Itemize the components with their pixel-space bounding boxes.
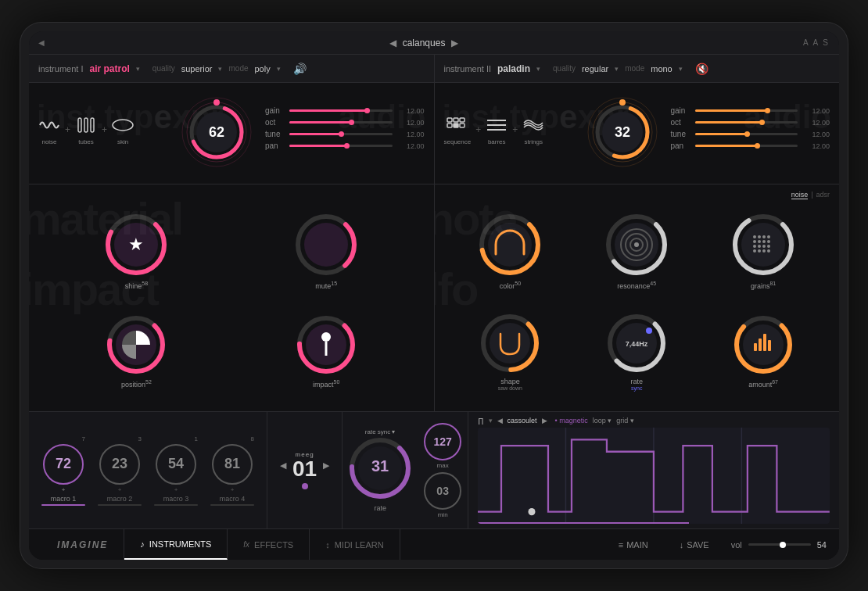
save-button[interactable]: ↓ SAVE bbox=[670, 540, 719, 550]
mute-knob-svg bbox=[295, 213, 357, 276]
inst2-oct-label: oct bbox=[671, 118, 690, 127]
inst2-name[interactable]: paladin bbox=[497, 63, 530, 74]
svg-point-54 bbox=[741, 223, 785, 267]
lfo-max-dial[interactable]: 127 bbox=[424, 423, 461, 460]
save-icon: ↓ bbox=[680, 540, 684, 550]
inst2-tune-slider[interactable] bbox=[695, 133, 798, 135]
inst1-gain-slider[interactable] bbox=[289, 109, 393, 112]
noise-toggle[interactable]: noise bbox=[791, 191, 809, 199]
macro2-plus[interactable]: + bbox=[118, 486, 122, 493]
inst2-mode-label: mode bbox=[625, 64, 644, 73]
inst2-mode-dropdown[interactable]: ▾ bbox=[679, 65, 683, 73]
svg-rect-2 bbox=[91, 118, 94, 132]
macro4-dial[interactable]: 81 bbox=[212, 444, 253, 485]
footer-tab-midi[interactable]: ↕ MIDI LEARN bbox=[310, 529, 400, 560]
plus-2: + bbox=[102, 124, 107, 135]
prev-arrow[interactable]: ◀ bbox=[389, 38, 396, 48]
meeg-value: 01 bbox=[292, 458, 317, 480]
shine-knob-item[interactable]: ★ shine58 bbox=[105, 213, 167, 290]
seq-canvas bbox=[478, 428, 830, 524]
inst1-sound-icons: noise + bbox=[38, 114, 160, 145]
macro4-plus[interactable]: + bbox=[231, 486, 235, 493]
inst1-mode-val[interactable]: poly bbox=[255, 64, 271, 73]
meeg-prev[interactable]: ◀ bbox=[280, 460, 286, 471]
macro3-num: 1 bbox=[195, 435, 198, 442]
macro1-dial[interactable]: 72 bbox=[43, 444, 84, 485]
inst2-dropdown[interactable]: ▾ bbox=[536, 65, 540, 73]
seq-grid[interactable]: grid ▾ bbox=[616, 417, 634, 424]
inst2-quality-val[interactable]: regular bbox=[582, 64, 608, 73]
brand-label: A A S bbox=[803, 38, 830, 47]
inst1-oct-slider[interactable] bbox=[289, 121, 393, 124]
next-arrow[interactable]: ▶ bbox=[451, 38, 458, 48]
inst2-pan-row: pan 12.00 bbox=[671, 141, 830, 150]
footer-tab-effects[interactable]: fx EFFECTS bbox=[228, 529, 310, 560]
noise-adsr-toggle[interactable]: noise | adsr bbox=[791, 191, 830, 199]
color-knob-item[interactable]: color50 bbox=[479, 213, 541, 290]
seq-next[interactable]: ▶ bbox=[542, 417, 547, 424]
inst1-skin-icon[interactable]: skin bbox=[112, 114, 134, 145]
inst2-sequence-icon[interactable]: sequence bbox=[444, 114, 472, 145]
inst1-tubes-icon[interactable]: tubes bbox=[75, 114, 97, 145]
rate-knob-item[interactable]: 7,44Hz rate sync bbox=[607, 313, 666, 391]
inst2-oct-slider[interactable] bbox=[695, 121, 798, 124]
meeg-arrows[interactable]: ◀ meeg 01 ▶ bbox=[280, 451, 329, 480]
inst1-middle-row: material impact ★ bbox=[29, 184, 434, 411]
meeg-display: meeg 01 bbox=[292, 451, 317, 480]
seq-prev[interactable]: ◀ bbox=[497, 417, 503, 424]
plus-1: + bbox=[65, 124, 70, 135]
macros-section: 7 72 + macro 1 3 23 + macro 2 bbox=[29, 435, 267, 506]
inst1-tune-slider[interactable] bbox=[289, 133, 393, 135]
inst2-label: instrument II bbox=[444, 64, 492, 73]
footer-right: ≡ MAIN ↓ SAVE vol 54 bbox=[609, 540, 827, 550]
inst1-quality-dropdown[interactable]: ▾ bbox=[218, 65, 222, 73]
shape-label-container: shape saw down bbox=[498, 378, 522, 391]
resonance-knob-item[interactable]: resonance45 bbox=[605, 213, 668, 290]
amount-knob-item[interactable]: amount67 bbox=[733, 315, 793, 389]
macro3-plus[interactable]: + bbox=[174, 486, 178, 493]
svg-text:32: 32 bbox=[614, 124, 629, 140]
svg-point-17 bbox=[304, 223, 348, 267]
adsr-toggle[interactable]: adsr bbox=[816, 191, 830, 199]
macro1-plus[interactable]: + bbox=[62, 486, 66, 493]
noise-label: noise bbox=[41, 138, 56, 145]
lfo-min-dial[interactable]: 03 bbox=[424, 472, 461, 510]
gain-label: gain bbox=[265, 106, 285, 115]
seq-icon-dropdown[interactable]: ▾ bbox=[489, 417, 493, 424]
footer-tab-imagine[interactable]: IMAGINE bbox=[41, 529, 124, 560]
macro3-dial[interactable]: 54 bbox=[156, 444, 196, 485]
resonance-knob-svg bbox=[605, 213, 668, 276]
macro2-dial[interactable]: 23 bbox=[99, 444, 140, 485]
inst2-expr-dial[interactable]: 32 bbox=[587, 97, 650, 159]
footer-tab-instruments[interactable]: ♪ INSTRUMENTS bbox=[124, 529, 228, 560]
inst1-quality-val[interactable]: superior bbox=[181, 64, 213, 73]
inst1-name[interactable]: air patrol bbox=[89, 63, 129, 74]
inst2-mode-val[interactable]: mono bbox=[651, 64, 673, 73]
resonance-label: resonance45 bbox=[617, 281, 656, 290]
position-knob-item[interactable]: position52 bbox=[106, 315, 166, 389]
vol-slider[interactable] bbox=[748, 543, 811, 546]
impact-knob-item[interactable]: impact50 bbox=[296, 315, 356, 389]
inst2-strings-icon[interactable]: strings bbox=[522, 114, 544, 145]
seq-loop[interactable]: loop ▾ bbox=[593, 417, 612, 424]
inst1-speaker-icon[interactable]: 🔊 bbox=[293, 63, 307, 75]
inst1-mode-dropdown[interactable]: ▾ bbox=[277, 65, 281, 73]
main-button[interactable]: ≡ MAIN bbox=[609, 540, 658, 550]
inst2-barres-icon[interactable]: barres bbox=[486, 114, 508, 145]
inst2-quality-dropdown[interactable]: ▾ bbox=[615, 65, 619, 73]
inst1-pan-slider[interactable] bbox=[289, 145, 393, 147]
grains-knob-item[interactable]: grains81 bbox=[732, 213, 794, 290]
shape-knob-item[interactable]: shape saw down bbox=[480, 313, 540, 391]
inst2-gain-slider[interactable] bbox=[695, 109, 798, 112]
inst2-pan-slider[interactable] bbox=[695, 145, 798, 147]
rate-dial[interactable]: 31 bbox=[349, 437, 411, 503]
vol-value: 54 bbox=[817, 540, 827, 550]
inst2-speaker-icon[interactable]: 🔇 bbox=[695, 63, 708, 75]
mute-knob-item[interactable]: mute15 bbox=[295, 213, 357, 290]
inst1-dropdown[interactable]: ▾ bbox=[136, 65, 140, 73]
inst2-expr-section: 32 bbox=[576, 83, 662, 184]
meeg-next[interactable]: ▶ bbox=[323, 460, 329, 471]
inst1-expr-dial[interactable]: 62 bbox=[181, 97, 244, 159]
inst1-noise-icon[interactable]: noise bbox=[38, 114, 60, 145]
inst1-expr-section: 62 bbox=[170, 83, 256, 184]
